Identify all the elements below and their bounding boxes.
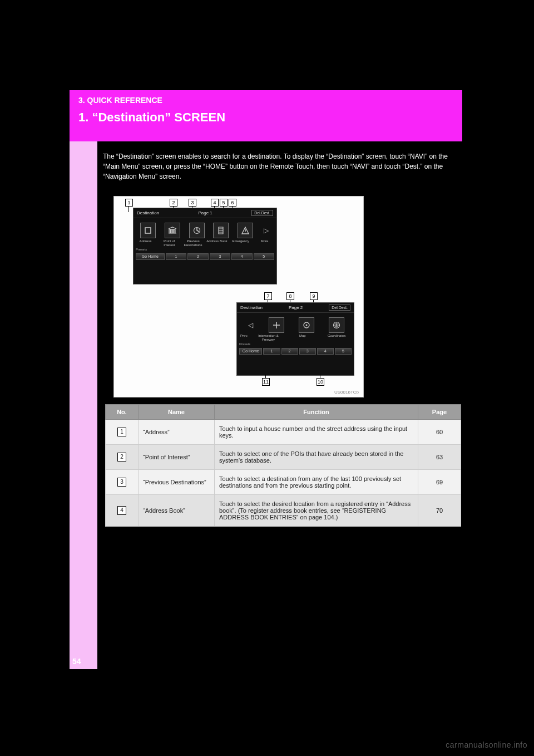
nav-screenshot-page1: Destination Page 1 Del.Dest. — [133, 208, 277, 284]
table-row: 3 “Previous Destinations” Touch to selec… — [106, 470, 461, 495]
figure-destination-screens: 1 2 3 4 5 6 Destination Page 1 Del.Dest. — [113, 196, 364, 397]
row-number-box: 2 — [117, 453, 126, 462]
callout-7: 7 — [264, 292, 272, 300]
figure-id-label: US0016TCb — [334, 390, 359, 395]
page: 3. QUICK REFERENCE 1. “Destination” SCRE… — [0, 0, 534, 756]
col-header-no: No. — [106, 405, 139, 420]
nav2-item-label: Map — [285, 334, 319, 341]
section-header-band: 3. QUICK REFERENCE 1. “Destination” SCRE… — [70, 90, 462, 141]
preset-button[interactable]: 4 — [317, 348, 334, 355]
more-arrow-icon[interactable]: ▷ — [262, 223, 270, 238]
nav1-title: Destination — [137, 210, 159, 215]
callout-5: 5 — [220, 199, 228, 207]
previous-destinations-icon[interactable] — [189, 223, 205, 238]
page-title: 1. “Destination” SCREEN — [78, 110, 453, 125]
row-name: “Address Book” — [139, 495, 215, 527]
callout-line — [128, 207, 129, 212]
go-home-button[interactable]: Go Home — [136, 253, 165, 260]
row-number-box: 3 — [117, 478, 126, 487]
watermark: carmanualsonline.info — [446, 740, 527, 749]
preset-button[interactable]: 2 — [281, 348, 298, 355]
preset-button[interactable]: 3 — [299, 348, 316, 355]
nav2-item-label: Coordinates — [320, 334, 354, 341]
row-name: “Point of Interest” — [139, 445, 215, 470]
callout-1: 1 — [125, 199, 133, 207]
table-row: 1 “Address” Touch to input a house numbe… — [106, 420, 461, 445]
address-book-icon[interactable] — [213, 223, 229, 238]
row-page: 70 — [418, 495, 461, 527]
callout-10: 10 — [317, 378, 324, 386]
row-page: 69 — [418, 470, 461, 495]
nav1-item-label: Previous Destinations — [181, 239, 205, 247]
page-number: 54 — [72, 657, 81, 666]
nav2-item-label: Intersection & Freeway — [251, 334, 285, 341]
map-icon[interactable] — [299, 317, 314, 333]
row-page: 63 — [418, 445, 461, 470]
nav1-item-label: Emergency — [229, 239, 253, 247]
row-function: Touch to input a house number and the st… — [215, 420, 418, 445]
nav1-item-label: Address Book — [205, 239, 229, 247]
callout-11: 11 — [262, 378, 270, 386]
preset-button[interactable]: 1 — [263, 348, 280, 355]
row-number-box: 4 — [117, 506, 126, 515]
nav2-page-label: Page 2 — [289, 305, 303, 310]
callout-4: 4 — [211, 199, 219, 207]
function-description-table: No. Name Function Page 1 “Address” Touch… — [105, 404, 461, 527]
nav1-item-label: Address — [134, 239, 157, 247]
row-function: Touch to select the desired location fro… — [215, 495, 418, 527]
prev-arrow-icon[interactable]: ◁ — [246, 318, 254, 332]
row-function: Touch to select one of the POIs that hav… — [215, 445, 418, 470]
callout-2: 2 — [170, 199, 177, 207]
nav2-item-label: Prev. — [237, 334, 251, 341]
emergency-icon[interactable] — [238, 223, 253, 238]
section-kicker: 3. QUICK REFERENCE — [78, 96, 453, 105]
address-icon[interactable] — [140, 223, 156, 238]
delete-destination-button[interactable]: Del.Dest. — [251, 210, 273, 216]
preset-button[interactable]: 1 — [166, 253, 186, 260]
coordinates-icon[interactable] — [329, 317, 344, 333]
nav-screenshot-page2: Destination Page 2 Del.Dest. ◁ Prev. Int… — [236, 302, 354, 376]
sidebar-stripe — [70, 90, 97, 669]
nav1-presets-label: Presets — [134, 247, 275, 251]
col-header-function: Function — [215, 405, 418, 420]
row-function: Touch to select a destination from any o… — [215, 470, 418, 495]
poi-icon[interactable] — [165, 223, 180, 238]
col-header-page: Page — [418, 405, 461, 420]
svg-rect-0 — [145, 228, 151, 233]
nav1-page-label: Page 1 — [198, 210, 212, 215]
nav2-presets-label: Presets — [237, 341, 353, 346]
col-header-name: Name — [139, 405, 215, 420]
intro-paragraph: The “Destination” screen enables to sear… — [103, 151, 459, 181]
nav1-item-label: Point of Interest — [157, 239, 181, 247]
callout-line — [265, 375, 266, 378]
callout-6: 6 — [229, 199, 236, 207]
table-row: 2 “Point of Interest” Touch to select on… — [106, 445, 461, 470]
nav2-title: Destination — [240, 305, 263, 310]
preset-button[interactable]: 3 — [210, 253, 230, 260]
preset-button[interactable]: 5 — [254, 253, 274, 260]
row-page: 60 — [418, 420, 461, 445]
row-number-box: 1 — [117, 428, 126, 436]
go-home-button[interactable]: Go Home — [239, 348, 262, 355]
callout-9: 9 — [310, 292, 318, 300]
row-name: “Address” — [139, 420, 215, 445]
nav1-item-label: More — [253, 239, 276, 247]
callout-line — [320, 375, 320, 378]
callout-8: 8 — [286, 292, 294, 300]
callout-3: 3 — [189, 199, 196, 207]
preset-button[interactable]: 4 — [231, 253, 252, 260]
svg-point-3 — [306, 325, 308, 326]
table-row: 4 “Address Book” Touch to select the des… — [106, 495, 461, 527]
delete-destination-button[interactable]: Del.Dest. — [329, 305, 350, 311]
row-name: “Previous Destinations” — [139, 470, 215, 495]
preset-button[interactable]: 2 — [187, 253, 208, 260]
preset-button[interactable]: 5 — [335, 348, 352, 355]
intersection-freeway-icon[interactable] — [269, 317, 284, 333]
